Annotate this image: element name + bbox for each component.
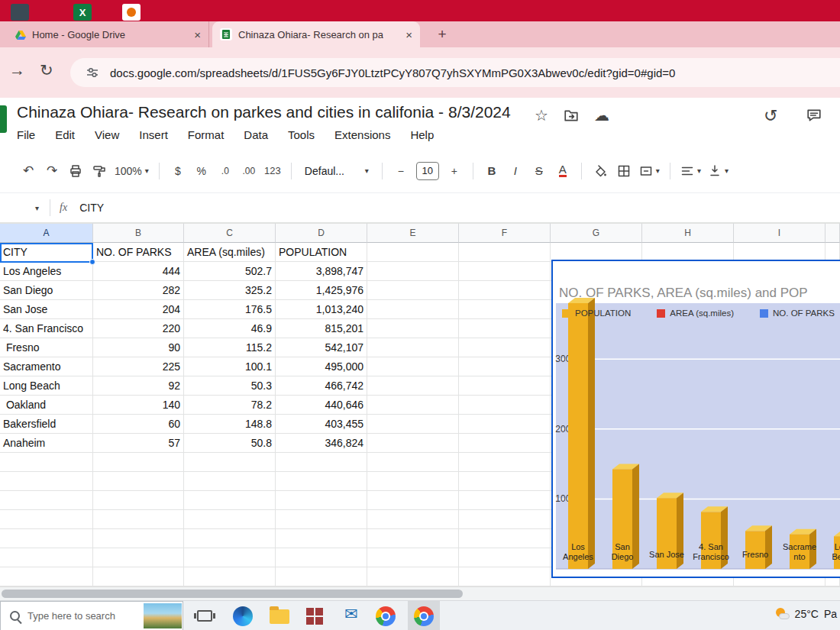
cell-E18[interactable]: [367, 567, 459, 586]
increase-font-size-button[interactable]: +: [446, 160, 463, 182]
cell-A9[interactable]: Oakland: [0, 396, 93, 415]
cell-A18[interactable]: [0, 567, 93, 586]
cell-C8[interactable]: 50.3: [184, 376, 276, 396]
italic-button[interactable]: I: [507, 160, 524, 182]
cell-B15[interactable]: [93, 510, 184, 529]
search-highlight-image[interactable]: [144, 603, 182, 628]
cell-A11[interactable]: Anaheim: [0, 434, 93, 453]
address-bar[interactable]: docs.google.com/spreadsheets/d/1FUS5Gy6F…: [70, 58, 840, 87]
merge-cells-icon[interactable]: ▾: [639, 160, 660, 182]
menu-item-format[interactable]: Format: [188, 128, 225, 141]
cell-B14[interactable]: [93, 491, 184, 510]
cell-C1[interactable]: AREA (sq.miles): [184, 243, 276, 262]
column-header-F[interactable]: F: [459, 223, 551, 243]
cell-F8[interactable]: [459, 376, 551, 396]
bold-button[interactable]: B: [483, 160, 500, 182]
zoom-select[interactable]: 100%▾: [115, 160, 149, 182]
cell-C17[interactable]: [184, 548, 276, 567]
cell-B2[interactable]: 444: [93, 262, 184, 281]
undo-icon[interactable]: ↶: [20, 160, 37, 182]
cell-D17[interactable]: [276, 548, 367, 567]
cell-C12[interactable]: [184, 453, 276, 472]
cell-C18[interactable]: [184, 567, 276, 586]
tab-spreadsheet[interactable]: Chinaza Ohiara- Research on parkes a ×: [212, 21, 420, 47]
menu-item-view[interactable]: View: [95, 128, 119, 141]
app-grid-icon[interactable]: [306, 608, 323, 625]
cell-E15[interactable]: [367, 510, 459, 529]
cell-C11[interactable]: 50.8: [184, 434, 276, 453]
cell-B10[interactable]: 60: [93, 415, 184, 434]
close-icon[interactable]: ×: [398, 28, 412, 41]
increase-decimal-button[interactable]: .00: [241, 160, 257, 182]
reload-icon[interactable]: ↻: [40, 61, 53, 79]
cell-E9[interactable]: [367, 396, 459, 415]
cell-B8[interactable]: 92: [93, 376, 184, 396]
name-box-caret-icon[interactable]: ▾: [35, 204, 39, 212]
strikethrough-button[interactable]: S: [531, 160, 548, 182]
cell-D12[interactable]: [276, 453, 367, 472]
cell-F15[interactable]: [459, 510, 551, 529]
formula-input[interactable]: CITY: [79, 202, 104, 214]
horizontal-align-icon[interactable]: ▾: [680, 160, 701, 182]
cell-F12[interactable]: [459, 453, 551, 472]
cell-F11[interactable]: [459, 434, 551, 453]
column-header-G[interactable]: G: [551, 223, 642, 243]
cell-A2[interactable]: Los Angeles: [0, 262, 93, 281]
cell-B6[interactable]: 90: [93, 338, 184, 357]
menu-item-edit[interactable]: Edit: [55, 128, 75, 141]
cell-A5[interactable]: 4. San Francisco: [0, 319, 93, 338]
cell-F1[interactable]: [459, 243, 551, 262]
history-icon[interactable]: ↺: [764, 106, 777, 126]
vertical-align-icon[interactable]: ▾: [708, 160, 729, 182]
chrome-icon[interactable]: [376, 606, 396, 626]
cell-A14[interactable]: [0, 491, 93, 510]
column-header-C[interactable]: C: [184, 223, 276, 243]
cell-F3[interactable]: [459, 281, 551, 300]
cell-D10[interactable]: 403,455: [276, 415, 367, 434]
cell-E10[interactable]: [367, 415, 459, 434]
horizontal-scrollbar[interactable]: [0, 586, 840, 600]
desktop-icon-1[interactable]: [11, 4, 29, 21]
cell-A17[interactable]: [0, 548, 93, 567]
cell-C9[interactable]: 78.2: [184, 396, 276, 415]
edge-icon[interactable]: [233, 606, 253, 626]
cell-B5[interactable]: 220: [93, 319, 184, 338]
cell-E11[interactable]: [367, 434, 459, 453]
cell-D16[interactable]: [276, 529, 367, 548]
fill-color-icon[interactable]: [592, 160, 609, 182]
cell-E1[interactable]: [367, 243, 459, 262]
cell-E6[interactable]: [367, 338, 459, 357]
cell-A13[interactable]: [0, 472, 93, 491]
weather-widget[interactable]: 25°C Pa: [774, 607, 837, 621]
cell-C2[interactable]: 502.7: [184, 262, 276, 281]
tab-google-drive[interactable]: Home - Google Drive ×: [8, 21, 209, 47]
cell-E8[interactable]: [367, 376, 459, 396]
cell-B1[interactable]: NO. OF PARKS: [93, 243, 184, 262]
cell-A6[interactable]: Fresno: [0, 338, 93, 357]
cell-C4[interactable]: 176.5: [184, 300, 276, 319]
forward-icon[interactable]: →: [9, 61, 25, 79]
close-icon[interactable]: ×: [186, 28, 201, 41]
column-header-B[interactable]: B: [93, 223, 184, 243]
print-icon[interactable]: [67, 160, 84, 182]
cell-D4[interactable]: 1,013,240: [276, 300, 367, 319]
cell-A7[interactable]: Sacramento: [0, 357, 93, 376]
cell-A10[interactable]: Bakersfield: [0, 415, 93, 434]
cell-B17[interactable]: [93, 548, 184, 567]
chart-container[interactable]: 100000020000003000000LosAngelesSanDiegoS…: [551, 260, 840, 578]
cell-C15[interactable]: [184, 510, 276, 529]
font-select[interactable]: Defaul...▾: [302, 160, 372, 182]
cell-F5[interactable]: [459, 319, 551, 338]
cell-E5[interactable]: [367, 319, 459, 338]
menu-item-extensions[interactable]: Extensions: [334, 128, 390, 141]
cell-C14[interactable]: [184, 491, 276, 510]
task-view-icon[interactable]: [197, 610, 212, 622]
percent-format-button[interactable]: %: [193, 160, 210, 182]
borders-icon[interactable]: [615, 160, 632, 182]
cell-D3[interactable]: 1,425,976: [276, 281, 367, 300]
cell-D13[interactable]: [276, 472, 367, 491]
file-explorer-icon[interactable]: [270, 609, 289, 624]
cell-D15[interactable]: [276, 510, 367, 529]
cell-A1[interactable]: CITY: [0, 243, 93, 262]
cell-B9[interactable]: 140: [93, 396, 184, 415]
